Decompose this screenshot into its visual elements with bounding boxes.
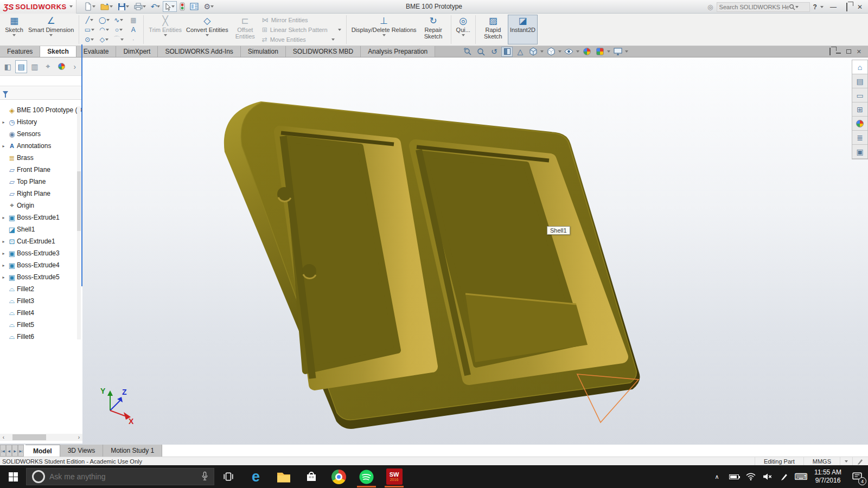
view-palette-button[interactable]: ⊞ — [852, 102, 867, 117]
undo-button[interactable]: ↶ — [149, 1, 163, 12]
wifi-icon[interactable] — [742, 465, 759, 488]
polygon-tool[interactable]: ◇ — [97, 35, 111, 44]
pane-minimize-button[interactable] — [836, 48, 841, 55]
sketch-picture-tool[interactable]: ▩ — [126, 15, 141, 25]
taskbar-edge-button[interactable]: e — [242, 465, 270, 488]
tab-addins[interactable]: SOLIDWORKS Add-Ins — [158, 46, 240, 57]
taskbar-spotify-button[interactable] — [353, 465, 380, 488]
expand-arrow-icon[interactable]: ▸ — [0, 251, 7, 256]
tree-item[interactable]: ◉Sensors — [0, 128, 81, 140]
pane-close-button[interactable]: ✕ — [857, 48, 861, 55]
display-manager-tab[interactable] — [55, 60, 68, 73]
status-pen-button[interactable] — [852, 457, 868, 465]
rebuild-button[interactable] — [177, 1, 187, 12]
tab-mbd[interactable]: SOLIDWORKS MBD — [286, 46, 361, 57]
taskbar-file-explorer-button[interactable] — [270, 465, 297, 488]
move-entities-button[interactable]: ⇄Move Entities — [262, 36, 341, 43]
tab-scroll-last-button[interactable]: ▶| — [18, 445, 24, 457]
open-button[interactable] — [98, 1, 115, 12]
expand-arrow-icon[interactable]: ▸ — [0, 120, 7, 125]
tab-scroll-right-button[interactable]: ▶ — [12, 445, 18, 457]
ellipse-tool[interactable]: ○ — [111, 25, 126, 35]
help-caret-icon[interactable] — [820, 6, 824, 8]
tree-item[interactable]: ▱Front Plane — [0, 164, 81, 176]
brand-menu-caret-icon[interactable] — [69, 5, 73, 8]
trim-entities-button[interactable]: ╳ Trim Entities — [146, 15, 184, 44]
view-settings-button[interactable] — [612, 47, 623, 57]
quick-snaps-button[interactable]: ◎ Qui... — [454, 15, 473, 44]
expand-arrow-icon[interactable]: ▸ — [0, 263, 7, 268]
close-button[interactable]: ✕ — [854, 3, 866, 11]
apply-scene-button[interactable] — [594, 47, 605, 57]
options-button[interactable]: ⚙ — [201, 1, 216, 12]
expand-arrow-icon[interactable]: ▸ — [0, 239, 7, 244]
text-tool[interactable]: A — [126, 25, 141, 35]
arc-tool[interactable]: ◠ — [97, 25, 111, 35]
tab-features[interactable]: Features — [0, 46, 40, 57]
feature-manager-tab[interactable]: ◧ — [2, 60, 14, 73]
taskbar-solidworks-button[interactable]: SW 2016 — [380, 465, 408, 488]
spline-tool[interactable]: ∿ — [111, 15, 126, 25]
dimxpert-manager-tab[interactable]: ⌖ — [42, 60, 54, 73]
line-tool[interactable]: ╱ — [82, 15, 97, 25]
tree-item[interactable]: ▸▣Boss-Extrude1 — [0, 211, 81, 223]
scrollbar-thumb[interactable] — [12, 434, 46, 440]
panel-expand-chevron[interactable]: › — [68, 60, 81, 73]
scroll-left-button[interactable]: ‹ — [0, 434, 7, 441]
solidworks-resources-button[interactable]: ⌂ — [852, 60, 867, 74]
tree-item[interactable]: ◪Shell1 — [0, 223, 81, 235]
tree-item[interactable]: ▸▣Boss-Extrude4 — [0, 259, 81, 271]
tree-item[interactable]: ≣Brass — [0, 152, 81, 164]
help-button[interactable]: ? — [813, 3, 817, 11]
volume-muted-icon[interactable] — [759, 465, 776, 488]
scrollbar-thumb[interactable] — [77, 171, 81, 231]
part-3d-view[interactable]: Y Z X — [0, 57, 868, 445]
tree-item[interactable]: ▱Right Plane — [0, 188, 81, 200]
tree-item[interactable]: ⌖Origin — [0, 200, 81, 211]
action-center-button[interactable]: 4 — [846, 465, 868, 488]
expand-arrow-icon[interactable]: ▸ — [0, 275, 7, 280]
sketch-button[interactable]: ▦ Sketch — [2, 15, 26, 44]
appearances-scenes-button[interactable] — [852, 117, 867, 131]
save-button[interactable] — [116, 1, 131, 12]
pen-tray-icon[interactable] — [776, 465, 793, 488]
tray-chevron-icon[interactable]: ∧ — [709, 465, 725, 488]
instant2d-button[interactable]: ◪ Instant2D — [508, 15, 538, 44]
file-properties-button[interactable] — [188, 1, 201, 12]
3d-views-tab[interactable]: 3D Views — [60, 445, 103, 457]
task-view-button[interactable] — [214, 465, 242, 488]
tree-vertical-scrollbar[interactable] — [77, 106, 81, 339]
tree-item[interactable]: ▸AAnnotations — [0, 140, 81, 152]
slot-tool[interactable]: ⊙ — [82, 35, 97, 44]
touch-keyboard-icon[interactable]: ⌨ — [793, 465, 809, 488]
circle-tool[interactable]: ◯ — [97, 15, 111, 25]
units-caret-icon[interactable] — [840, 457, 852, 465]
scroll-right-button[interactable]: › — [75, 434, 82, 441]
tree-item[interactable]: ⌓Fillet4 — [0, 307, 81, 319]
tab-analysis-preparation[interactable]: Analysis Preparation — [361, 46, 435, 57]
edit-appearance-button[interactable] — [581, 47, 592, 57]
start-button[interactable] — [0, 465, 26, 488]
dynamic-annotation-views-button[interactable]: △ — [514, 47, 526, 57]
cortana-search-input[interactable] — [49, 472, 174, 481]
tree-item[interactable]: ▸▣Boss-Extrude3 — [0, 247, 81, 259]
units-status[interactable]: MMGS — [803, 457, 840, 465]
tab-simulation[interactable]: Simulation — [241, 46, 286, 57]
hide-show-items-button[interactable] — [563, 47, 575, 57]
help-search-input[interactable] — [719, 4, 789, 10]
convert-entities-button[interactable]: ◇ Convert Entities — [184, 15, 231, 44]
tab-dimxpert[interactable]: DimXpert — [116, 46, 158, 57]
sketch-fillet-tool[interactable]: ⌒ — [111, 35, 126, 44]
configuration-manager-tab[interactable]: ▥ — [28, 60, 41, 73]
scrollbar-track[interactable] — [7, 434, 75, 441]
account-icon[interactable]: ◎ — [707, 3, 713, 11]
section-view-button[interactable] — [501, 47, 513, 57]
tree-item[interactable]: ▸▣Boss-Extrude5 — [0, 271, 81, 283]
tree-item[interactable]: ▱Top Plane — [0, 176, 81, 188]
tree-item[interactable]: ⌓Fillet2 — [0, 283, 81, 295]
file-explorer-button[interactable]: ▭ — [852, 88, 867, 102]
expand-arrow-icon[interactable]: ▸ — [0, 215, 7, 220]
property-manager-tab[interactable]: ▤ — [15, 60, 28, 73]
smart-dimension-button[interactable]: ∠ Smart Dimension — [26, 15, 76, 44]
view-orientation-button[interactable] — [527, 47, 539, 57]
